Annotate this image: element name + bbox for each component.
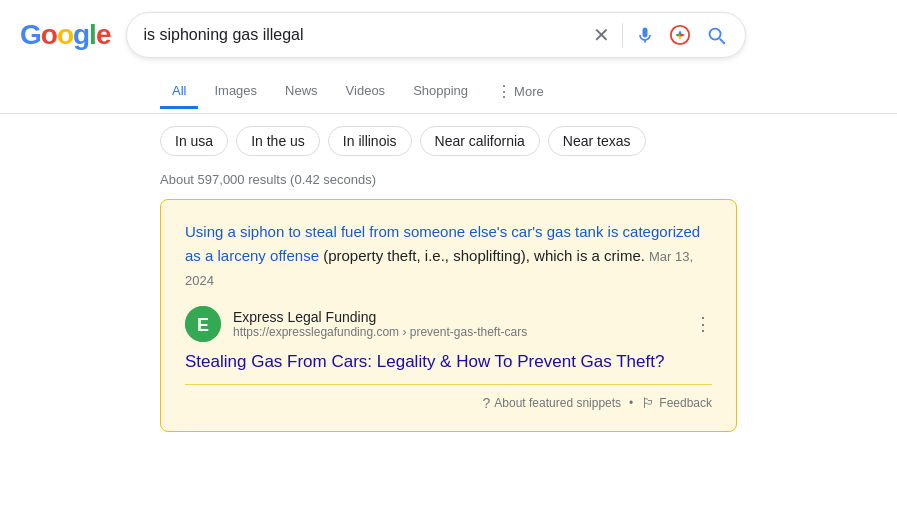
search-bar: ✕: [126, 12, 746, 58]
logo-g2: g: [73, 19, 89, 51]
source-name: Express Legal Funding: [233, 309, 682, 325]
search-icon: [705, 24, 727, 46]
snippet-link[interactable]: Stealing Gas From Cars: Legality & How T…: [185, 352, 712, 372]
clear-button[interactable]: ✕: [591, 21, 612, 49]
logo-o2: o: [57, 19, 73, 51]
voice-search-button[interactable]: [633, 23, 657, 47]
flag-icon: 🏳: [641, 395, 655, 411]
tab-news[interactable]: News: [273, 75, 330, 109]
about-snippets-text: About featured snippets: [494, 396, 621, 410]
search-button[interactable]: [703, 22, 729, 48]
source-logo: E: [185, 306, 221, 342]
tab-all[interactable]: All: [160, 75, 198, 109]
more-label: More: [514, 84, 544, 99]
search-input[interactable]: [143, 26, 583, 44]
lens-icon: [669, 24, 691, 46]
more-vertical-icon: ⋮: [694, 314, 712, 334]
logo-l: l: [89, 19, 96, 51]
google-logo[interactable]: Google: [20, 19, 110, 51]
chip-near-texas[interactable]: Near texas: [548, 126, 646, 156]
feedback-text: Feedback: [659, 396, 712, 410]
source-info: Express Legal Funding https://expressleg…: [233, 309, 682, 339]
logo-e: e: [96, 19, 111, 51]
chip-in-illinois[interactable]: In illinois: [328, 126, 412, 156]
svg-text:E: E: [197, 315, 209, 335]
tab-shopping[interactable]: Shopping: [401, 75, 480, 109]
results-count-text: About 597,000 results (0.42 seconds): [160, 172, 376, 187]
refinement-chips: In usa In the us In illinois Near califo…: [0, 114, 897, 168]
more-dots-icon: ⋮: [496, 82, 512, 101]
results-count: About 597,000 results (0.42 seconds): [0, 168, 897, 199]
lens-button[interactable]: [667, 22, 693, 48]
more-menu[interactable]: ⋮ More: [484, 74, 556, 109]
mic-icon: [635, 25, 655, 45]
tab-videos[interactable]: Videos: [334, 75, 398, 109]
about-snippets-button[interactable]: ? About featured snippets: [483, 395, 622, 411]
help-circle-icon: ?: [483, 395, 491, 411]
snippet-footer: ? About featured snippets • 🏳 Feedback: [185, 384, 712, 411]
footer-dot: •: [629, 396, 633, 410]
chip-in-the-us[interactable]: In the us: [236, 126, 320, 156]
tab-images[interactable]: Images: [202, 75, 269, 109]
snippet-body: Using a siphon to steal fuel from someon…: [185, 220, 712, 292]
source-logo-svg: E: [185, 306, 221, 342]
header: Google ✕: [0, 0, 897, 70]
main-content: Using a siphon to steal fuel from someon…: [0, 199, 897, 432]
snippet-text-after: (property theft, i.e., shoplifting), whi…: [319, 247, 645, 264]
featured-snippet: Using a siphon to steal fuel from someon…: [160, 199, 737, 432]
close-icon: ✕: [593, 23, 610, 47]
source-more-button[interactable]: ⋮: [694, 313, 712, 335]
search-actions: ✕: [591, 21, 729, 49]
nav-bar: All Images News Videos Shopping ⋮ More: [0, 70, 897, 114]
divider: [622, 23, 623, 47]
logo-o1: o: [41, 19, 57, 51]
source-url: https://expresslegafunding.com › prevent…: [233, 325, 682, 339]
source-row: E Express Legal Funding https://expressl…: [185, 306, 712, 342]
logo-g1: G: [20, 19, 41, 51]
chip-in-usa[interactable]: In usa: [160, 126, 228, 156]
chip-near-california[interactable]: Near california: [420, 126, 540, 156]
feedback-button[interactable]: 🏳 Feedback: [641, 395, 712, 411]
